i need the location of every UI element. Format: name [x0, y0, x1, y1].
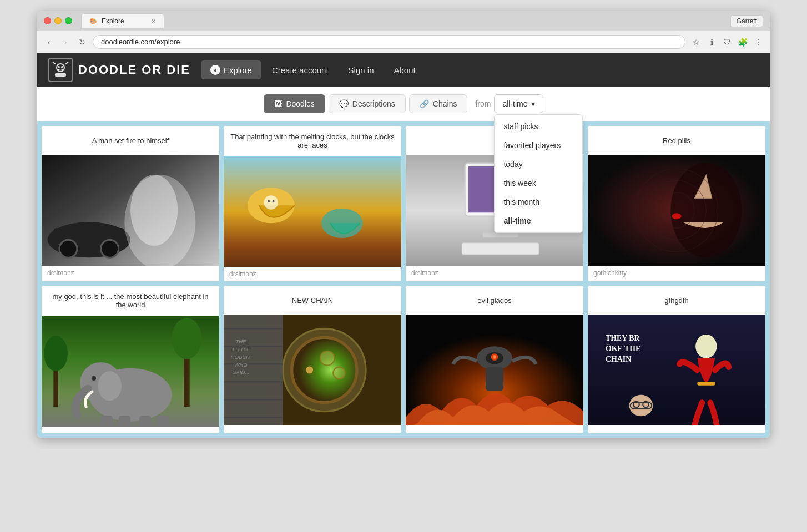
- svg-text:LITTLE: LITTLE: [233, 346, 250, 352]
- gallery-item-4[interactable]: Red pills: [588, 126, 765, 281]
- svg-point-3: [61, 66, 63, 68]
- image-icon: 🖼: [274, 99, 282, 108]
- dropdown-option-all-time[interactable]: all-time: [495, 211, 582, 230]
- extension-button[interactable]: 🧩: [737, 36, 749, 48]
- close-window-button[interactable]: [44, 17, 51, 24]
- tab-close-button[interactable]: ✕: [151, 18, 156, 25]
- dropdown-option-today[interactable]: today: [495, 155, 582, 174]
- dropdown-option-favorited-players[interactable]: favorited players: [495, 136, 582, 155]
- nav-create-account[interactable]: Create account: [263, 61, 337, 79]
- forward-button[interactable]: ›: [59, 36, 72, 48]
- dropdown-option-this-week[interactable]: this week: [495, 174, 582, 192]
- dropdown-option-staff-picks[interactable]: staff picks: [495, 117, 582, 136]
- nav-sign-in[interactable]: Sign in: [340, 61, 383, 79]
- bookmark-button[interactable]: ☆: [690, 36, 702, 48]
- svg-text:CHAIN: CHAIN: [606, 355, 631, 363]
- gallery-author-2: drsimonz: [224, 267, 401, 281]
- dropdown-option-this-month[interactable]: this month: [495, 192, 582, 211]
- svg-point-36: [44, 336, 68, 371]
- gallery-image-8: THEY BR ÖKE THE CHAIN: [588, 315, 765, 425]
- minimize-window-button[interactable]: [54, 17, 62, 24]
- logo-link[interactable]: DOODLE OR DIE: [48, 58, 190, 82]
- profile-button[interactable]: Garrett: [730, 15, 763, 27]
- svg-rect-43: [101, 416, 113, 427]
- gallery-author-3: drsimonz: [406, 266, 583, 280]
- active-tab[interactable]: 🎨 Explore ✕: [81, 13, 164, 28]
- gallery-item-8[interactable]: gfhgdfh: [588, 286, 765, 433]
- filter-chains-button[interactable]: 🔗 Chains: [409, 94, 468, 113]
- svg-point-11: [101, 240, 119, 257]
- logo-icon: [48, 58, 73, 82]
- address-bar: ‹ › ↻ ☆ ℹ 🛡 🧩 ⋮: [37, 31, 770, 53]
- gallery-caption-8: gfhgdfh: [588, 286, 765, 315]
- gallery-caption-1: A man set fire to himself: [42, 126, 219, 155]
- gallery-author-8: [588, 425, 765, 432]
- svg-point-73: [695, 335, 717, 358]
- svg-point-13: [130, 175, 178, 246]
- gallery-caption-4: Red pills: [588, 126, 765, 155]
- menu-button[interactable]: ⋮: [752, 36, 764, 48]
- svg-point-41: [92, 376, 97, 381]
- reload-button[interactable]: ↻: [76, 36, 88, 48]
- filter-descriptions-button[interactable]: 💬 Descriptions: [329, 94, 406, 113]
- nav-about[interactable]: About: [385, 61, 424, 79]
- svg-point-51: [306, 367, 313, 374]
- svg-text:THE: THE: [235, 338, 246, 344]
- gallery-item-7[interactable]: evil glados: [406, 286, 583, 433]
- period-dropdown-button[interactable]: all-time ▾: [494, 94, 543, 113]
- tab-title: Explore: [102, 17, 124, 25]
- gallery-image-1: [42, 155, 219, 266]
- speech-icon: 💬: [339, 99, 349, 108]
- title-bar: 🎨 Explore ✕ Garrett: [37, 11, 770, 31]
- svg-point-2: [58, 66, 60, 68]
- traffic-lights: [44, 17, 72, 24]
- gallery-item-1[interactable]: A man set fire to himself: [42, 126, 219, 281]
- gallery-image-5: [42, 316, 219, 427]
- browser-window: 🎨 Explore ✕ Garrett ‹ › ↻ ☆ ℹ 🛡 🧩 ⋮: [37, 11, 770, 438]
- nav-explore[interactable]: ● Explore: [201, 60, 261, 79]
- svg-point-42: [98, 371, 122, 401]
- browser-actions: ☆ ℹ 🛡 🧩 ⋮: [690, 36, 764, 48]
- back-button[interactable]: ‹: [43, 36, 55, 48]
- gallery-item-2[interactable]: That painting with the melting clocks, b…: [224, 126, 401, 281]
- svg-rect-25: [462, 243, 539, 255]
- maximize-window-button[interactable]: [65, 17, 72, 24]
- gallery-author-1: drsimonz: [42, 266, 219, 280]
- gallery-author-6: [224, 425, 401, 432]
- gallery-image-7: [406, 315, 583, 425]
- gallery-author-7: [406, 425, 583, 432]
- content-area: A man set fire to himself: [37, 121, 770, 438]
- gallery-caption-7: evil glados: [406, 286, 583, 315]
- gallery-caption-6: NEW CHAIN: [224, 286, 401, 315]
- svg-rect-24: [483, 233, 518, 238]
- svg-text:THEY BR: THEY BR: [606, 334, 640, 342]
- filter-doodles-button[interactable]: 🖼 Doodles: [264, 94, 325, 113]
- svg-point-53: [333, 367, 345, 379]
- svg-text:ÖKE THE: ÖKE THE: [606, 344, 640, 353]
- svg-rect-74: [697, 382, 715, 385]
- svg-rect-44: [119, 416, 130, 427]
- svg-point-38: [172, 318, 201, 359]
- svg-text:SAID...: SAID...: [233, 369, 249, 375]
- svg-point-10: [59, 240, 77, 257]
- gallery-image-6: THE LITTLE HOBBIT WHO SAID...: [224, 315, 401, 425]
- period-dropdown-wrapper: all-time ▾ staff picks favorited players…: [494, 94, 543, 113]
- svg-rect-46: [157, 416, 169, 427]
- tab-bar: 🎨 Explore ✕: [81, 13, 726, 28]
- filter-bar: 🖼 Doodles 💬 Descriptions 🔗 Chains from a…: [37, 87, 770, 121]
- svg-point-70: [493, 355, 496, 358]
- shield-icon[interactable]: 🛡: [721, 36, 733, 48]
- gallery-item-5[interactable]: my god, this is it ... the most beautifu…: [42, 286, 219, 433]
- gallery-caption-2: That painting with the melting clocks, b…: [224, 126, 401, 156]
- address-input[interactable]: [93, 35, 685, 49]
- gallery-item-6[interactable]: NEW CHAIN: [224, 286, 401, 433]
- svg-rect-71: [486, 367, 503, 391]
- svg-point-52: [320, 351, 335, 366]
- period-dropdown-menu: staff picks favorited players today this…: [494, 114, 583, 233]
- svg-rect-45: [139, 416, 151, 427]
- chevron-down-icon: ▾: [531, 99, 535, 108]
- gallery-author-5: [42, 427, 219, 433]
- svg-text:HOBBIT: HOBBIT: [231, 354, 251, 360]
- svg-text:WHO: WHO: [234, 362, 248, 368]
- info-button[interactable]: ℹ: [705, 36, 718, 48]
